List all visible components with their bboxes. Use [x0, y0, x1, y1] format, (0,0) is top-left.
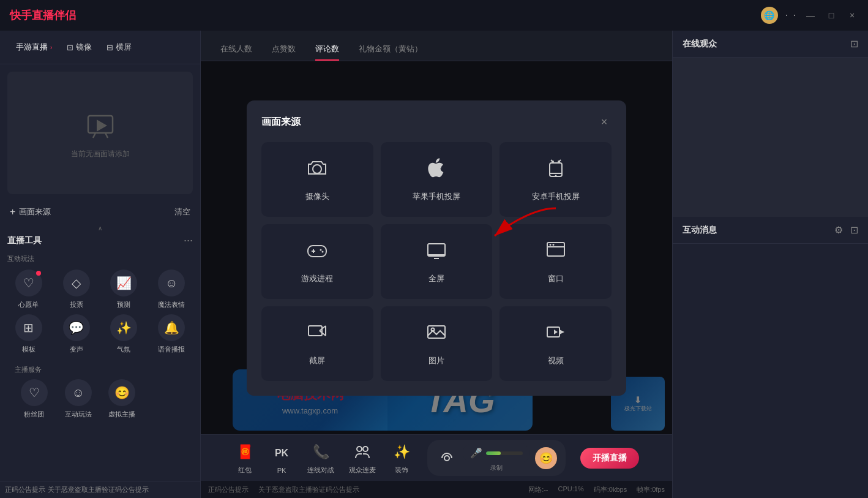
messages-settings-icon[interactable]: ⚙	[834, 224, 843, 236]
status-bar: 正码公告提示 关于恶意盗取主播验证码公告提示 网络:-- CPU:1% 码率:0…	[201, 481, 672, 498]
decoration-label: 装饰	[395, 466, 408, 475]
pk-label: PK	[277, 467, 286, 474]
toolbar-red-packet[interactable]: 🧧 红包	[234, 441, 256, 475]
sources-bar: + 画面来源 清空	[0, 202, 200, 222]
tab-comments[interactable]: 评论数	[305, 37, 349, 61]
svg-marker-31	[559, 330, 564, 334]
source-image[interactable]: 图片	[381, 306, 493, 381]
audience-connect-icon	[351, 441, 373, 463]
tab-online-users-label: 在线人数	[220, 44, 252, 53]
modal-overlay: 画面来源 × 摄像头	[201, 61, 672, 434]
virtual-host-icon: 😊	[114, 385, 130, 400]
add-source-button[interactable]: + 画面来源	[10, 206, 51, 217]
apple-icon	[425, 157, 447, 184]
tab-likes[interactable]: 点赞数	[262, 37, 305, 61]
red-packet-label: 红包	[238, 466, 252, 475]
collapse-chevron-icon: ∧	[98, 225, 102, 232]
template-icon-wrap: ⊞	[15, 314, 42, 341]
image-label: 图片	[428, 355, 444, 366]
announcement-link-1[interactable]: 正码公告提示	[5, 485, 45, 494]
tools-title: 直播工具	[7, 235, 42, 246]
sidebar-nav-landscape[interactable]: ⊟ 横屏	[100, 38, 138, 56]
source-video[interactable]: 视频	[499, 306, 612, 381]
toolbar-battle[interactable]: 📞 连线对战	[307, 441, 334, 475]
source-screenshot[interactable]: 截屏	[261, 306, 373, 381]
svg-point-4	[313, 165, 321, 173]
main-layout: 手游直播 › ⊡ 镜像 ⊟ 横屏 当前无画面请添加	[0, 31, 868, 498]
source-fullscreen[interactable]: 全屏	[381, 224, 493, 299]
audience-expand-icon[interactable]: ⊡	[850, 38, 858, 50]
tab-bar: 在线人数 点赞数 评论数 礼物金额（黄钻）	[201, 31, 672, 61]
add-source-label: 画面来源	[19, 206, 51, 217]
mic-area: 🎤	[463, 443, 530, 462]
source-game[interactable]: 游戏进程	[261, 224, 373, 299]
status-announcement-1[interactable]: 正码公告提示	[208, 485, 249, 494]
title-bar: 快手直播伴侣 🌐 · · — □ ×	[0, 0, 868, 31]
magic-emoji-label: 魔法表情	[158, 300, 185, 309]
tool-vote[interactable]: ◇ 投票	[55, 270, 98, 309]
svg-line-9	[551, 160, 553, 162]
atmosphere-icon: ✨	[116, 320, 132, 335]
source-apple-screen[interactable]: 苹果手机投屏	[381, 142, 493, 217]
tools-more-button[interactable]: ···	[184, 234, 193, 247]
tv-icon	[86, 111, 115, 140]
title-bar-right: 🌐 · · — □ ×	[761, 7, 858, 24]
plus-icon: +	[10, 206, 15, 217]
tab-gifts[interactable]: 礼物金额（黄钻）	[349, 37, 432, 61]
window-label: 窗口	[548, 273, 564, 284]
go-live-button[interactable]: 开播直播	[580, 448, 639, 469]
tts-icon: 🔔	[164, 320, 179, 335]
maximize-button[interactable]: □	[825, 9, 837, 21]
android-icon	[545, 157, 567, 184]
source-modal: 画面来源 × 摄像头	[247, 100, 626, 396]
predict-icon: 📈	[116, 276, 132, 290]
announcement-link-2[interactable]: 关于恶意盗取主播验证码公告提示	[48, 485, 149, 494]
svg-rect-28	[428, 326, 445, 338]
host-services-title: 主播服务	[15, 365, 185, 374]
user-avatar[interactable]: 🌐	[761, 7, 778, 24]
tool-virtual-host[interactable]: 😊 虚拟主播	[103, 379, 142, 419]
tool-template[interactable]: ⊞ 模板	[7, 314, 50, 354]
sidebar-nav-mirror[interactable]: ⊡ 镜像	[61, 38, 98, 56]
tab-likes-label: 点赞数	[272, 44, 296, 53]
go-live-label: 开播直播	[593, 453, 627, 462]
status-right: 网络:-- CPU:1% 码率:0kbps 帧率:0fps	[528, 485, 665, 494]
tab-online-users[interactable]: 在线人数	[211, 37, 262, 61]
virtual-host-icon-wrap: 😊	[108, 379, 135, 406]
toolbar-pk[interactable]: PK PK	[271, 442, 293, 474]
status-announcement-2[interactable]: 关于恶意盗取主播验证码公告提示	[258, 485, 359, 494]
tool-magic-emoji[interactable]: ☺ 魔法表情	[150, 270, 193, 309]
source-camera[interactable]: 摄像头	[261, 142, 373, 217]
tool-fans-group[interactable]: ♡ 粉丝团	[15, 379, 54, 419]
sidebar-topnav: 手游直播 › ⊡ 镜像 ⊟ 横屏	[0, 31, 200, 64]
tool-wishlist[interactable]: ♡ 心愿单	[7, 270, 50, 309]
toolbar-decoration[interactable]: ✨ 装饰	[391, 441, 413, 475]
sidebar-nav-mobile-game[interactable]: 手游直播 ›	[10, 38, 58, 56]
tool-predict[interactable]: 📈 预测	[103, 270, 146, 309]
tool-voice-change[interactable]: 💬 变声	[55, 314, 98, 354]
minimize-button[interactable]: —	[804, 9, 817, 21]
pk-icon: PK	[271, 442, 293, 464]
voice-change-icon-wrap: 💬	[63, 314, 90, 341]
landscape-icon: ⊟	[107, 43, 113, 52]
clear-sources-button[interactable]: 清空	[174, 206, 190, 217]
chevron-right-icon: ›	[50, 44, 52, 51]
app-title: 快手直播伴侣	[10, 8, 76, 23]
tool-atmosphere[interactable]: ✨ 气氛	[103, 314, 146, 354]
toolbar-audience-connect[interactable]: 观众连麦	[349, 441, 376, 475]
tool-tts[interactable]: 🔔 语音播报	[150, 314, 193, 354]
network-status: 网络:--	[528, 485, 548, 494]
messages-expand-icon[interactable]: ⊡	[850, 224, 858, 236]
tool-interactive[interactable]: ☺ 互动玩法	[59, 379, 98, 419]
record-label: 录制	[490, 464, 503, 472]
svg-point-11	[555, 175, 556, 176]
interactive-icon-wrap: ☺	[65, 379, 92, 406]
bitrate-status: 码率:0kbps	[594, 485, 627, 494]
close-button[interactable]: ×	[846, 9, 858, 21]
screenshot-label: 截屏	[309, 355, 325, 366]
collapse-button[interactable]: ∧	[0, 222, 200, 234]
menu-dots[interactable]: · ·	[785, 10, 797, 21]
modal-close-button[interactable]: ×	[597, 115, 612, 130]
magic-emoji-icon-wrap: ☺	[158, 270, 185, 296]
host-services-grid: ♡ 粉丝团 ☺ 互动玩法 😊 虚拟主播	[15, 379, 185, 419]
